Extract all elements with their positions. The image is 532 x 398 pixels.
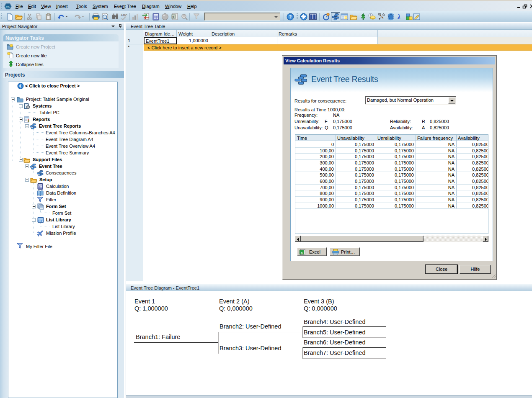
svg-text:x: x <box>301 251 303 254</box>
svg-text:x: x <box>173 15 174 18</box>
svg-text:ITC: ITC <box>6 5 10 8</box>
svg-text:λ: λ <box>397 13 400 21</box>
svg-text:ABC: ABC <box>121 13 128 17</box>
svg-text:?: ? <box>289 15 292 19</box>
